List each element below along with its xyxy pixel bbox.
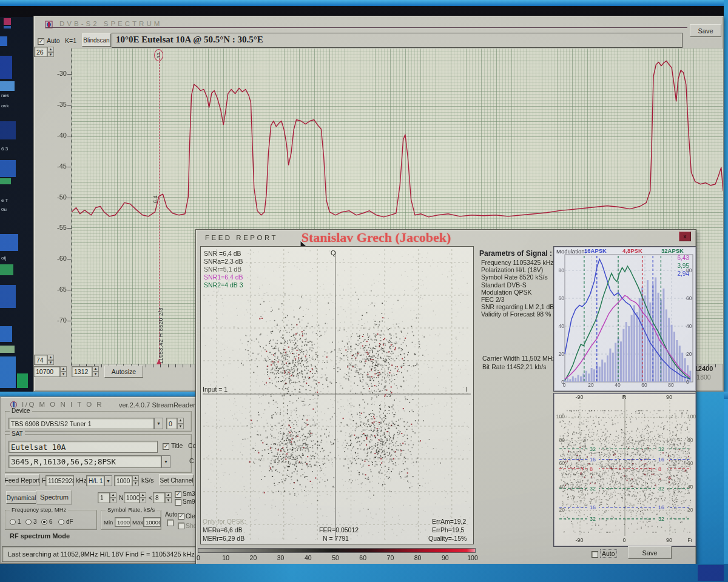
snr-line: SNRr=5,1 dB	[204, 266, 241, 273]
phase-y-tick-left: 80	[555, 437, 565, 443]
histogram-y-tick-left: 80	[555, 267, 564, 273]
histogram-x-tick: 60	[638, 382, 650, 388]
phase-top-label: -90	[571, 394, 587, 400]
quality-scale-label: 40	[298, 554, 318, 561]
modulation-value: 2,94	[665, 270, 689, 277]
signal-param-line: Frequency 11053425 kHz	[481, 259, 553, 266]
snr-line: SNR2=4 dB 3	[204, 281, 243, 289]
phase-y-tick-right: 20	[687, 507, 697, 513]
signal-param-line: Modulation QPSK	[481, 289, 531, 296]
feed-report-layer: FEED REPORT Stanislav Grech (Jacobek) x …	[0, 0, 728, 582]
phase-y-tick-left: 20	[555, 507, 565, 513]
desktop-bottom-navy-block	[698, 565, 724, 581]
phase-y-tick-left: 100	[555, 413, 565, 420]
phase-y-tick-right: 100	[687, 413, 697, 420]
histogram-y-tick-right: 0	[686, 379, 695, 385]
phase-y-tick-right: 80	[687, 437, 697, 443]
quality-scale-label: 30	[271, 554, 291, 561]
histogram-y-tick-right: 80	[686, 267, 695, 273]
feed-generated: SNR =6,4 dBSNRa=2,3 dBSNRr=5,1 dBSNR1=6,…	[0, 0, 728, 582]
quality-scale-label: 100	[462, 554, 483, 561]
signal-param-line: FEC 2/3	[481, 296, 505, 303]
histogram-x-tick: 40	[612, 382, 624, 388]
phase-top-label: R	[616, 394, 632, 400]
signal-param-line: SNR regarding LM 2,1 dB	[481, 303, 554, 310]
quality-scale-label: 60	[352, 554, 373, 561]
signal-param-line: Standart DVB-S	[481, 281, 527, 289]
quality-scale-label: 10	[215, 554, 236, 561]
histogram-y-tick-right: 20	[686, 351, 695, 357]
signal-param-line: Validity of Forecast 98 %	[481, 310, 551, 318]
snr-line: SNR1=6,4 dB	[204, 273, 243, 281]
histogram-x-tick: 80	[665, 382, 677, 388]
desktop-bottom-strip	[0, 564, 728, 582]
modulation-value: 3,95	[665, 263, 689, 269]
quality-scale-label: 0	[188, 554, 209, 561]
modulation-legend-item: 4,8PSK	[622, 247, 642, 254]
phase-top-label: 90	[661, 394, 677, 400]
screen: nekovk6 3e T0uoij DVB-S2 SPECTRUM Save A…	[0, 0, 728, 582]
modulation-legend-item: 16APSK	[584, 247, 607, 254]
quality-scale-label: 20	[243, 554, 263, 561]
quality-scale-label: 80	[408, 554, 428, 561]
phase-bottom-label: Fi	[682, 537, 698, 543]
histogram-x-tick: 20	[585, 382, 597, 388]
snr-line: SNR =6,4 dB	[204, 250, 241, 257]
quality-scale-label: 50	[325, 554, 346, 561]
signal-param-line: Symbol Rate 8520 kS/s	[481, 273, 548, 281]
phase-bottom-label: -90	[571, 537, 587, 543]
quality-scale-label: 90	[435, 554, 456, 561]
signal-param-line: Polarization H/L (18V)	[481, 266, 543, 273]
modulation-value: 6,43	[665, 255, 689, 261]
modulation-legend-item: 32APSK	[661, 247, 684, 254]
phase-bottom-label: 0	[616, 537, 632, 543]
histogram-y-tick-right: 60	[686, 295, 695, 301]
phase-y-tick-left: 60	[555, 460, 565, 466]
phase-y-tick-left: 40	[555, 484, 565, 490]
histogram-y-tick-left: 40	[555, 323, 564, 329]
histogram-y-tick-right: 40	[686, 323, 695, 329]
histogram-y-tick-left: 0	[555, 379, 564, 385]
phase-y-tick-right: 40	[687, 484, 697, 490]
histogram-y-tick-left: 20	[555, 351, 564, 357]
histogram-y-tick-left: 60	[555, 295, 564, 301]
snr-line: SNRa=2,3 dB	[204, 258, 243, 265]
phase-bottom-label: 90	[661, 537, 677, 543]
quality-scale-label: 70	[380, 554, 400, 561]
phase-y-tick-right: 60	[687, 460, 697, 466]
